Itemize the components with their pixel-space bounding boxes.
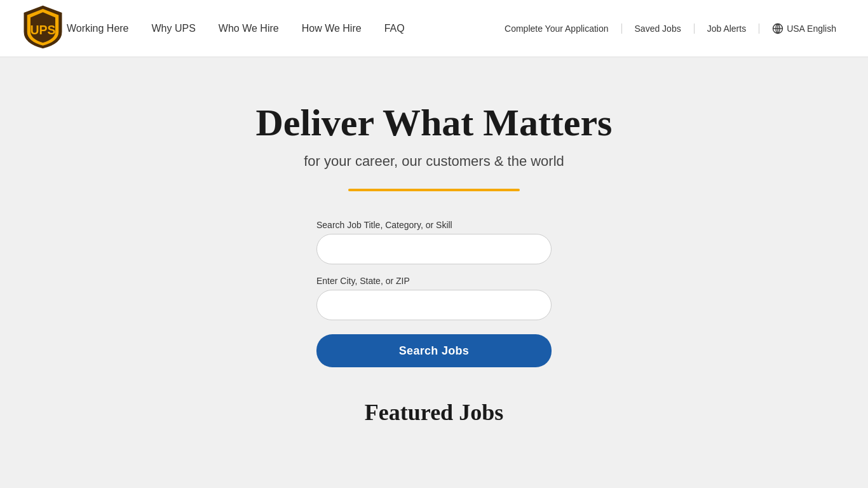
language-selector[interactable]: USA English	[759, 23, 849, 34]
nav-faq[interactable]: FAQ	[384, 23, 405, 34]
nav-why-ups[interactable]: Why UPS	[152, 23, 196, 34]
globe-icon	[772, 23, 783, 34]
nav-complete-application[interactable]: Complete Your Application	[492, 24, 621, 34]
hero-subtitle: for your career, our customers & the wor…	[304, 153, 564, 170]
language-label: USA English	[787, 24, 836, 34]
job-title-input[interactable]	[316, 234, 552, 264]
nav-saved-jobs[interactable]: Saved Jobs	[622, 24, 695, 34]
nav-right: Complete Your Application Saved Jobs Job…	[492, 23, 849, 34]
svg-text:UPS: UPS	[30, 23, 55, 37]
nav-who-we-hire[interactable]: Who We Hire	[219, 23, 279, 34]
location-input[interactable]	[316, 290, 552, 320]
search-jobs-button[interactable]: Search Jobs	[316, 334, 552, 367]
hero-divider	[348, 189, 520, 191]
search-section: Search Job Title, Category, or Skill Ent…	[316, 220, 552, 367]
main-content: Deliver What Matters for your career, ou…	[0, 57, 868, 488]
main-nav: Working Here Why UPS Who We Hire How We …	[67, 23, 492, 34]
nav-working-here[interactable]: Working Here	[67, 23, 129, 34]
featured-jobs-title: Featured Jobs	[365, 399, 503, 426]
nav-how-we-hire[interactable]: How We Hire	[302, 23, 362, 34]
job-title-label: Search Job Title, Category, or Skill	[316, 220, 552, 230]
logo[interactable]: UPS	[19, 3, 67, 53]
hero-title: Deliver What Matters	[256, 102, 613, 144]
nav-job-alerts[interactable]: Job Alerts	[695, 24, 759, 34]
header: UPS Working Here Why UPS Who We Hire How…	[0, 0, 868, 57]
location-label: Enter City, State, or ZIP	[316, 276, 552, 286]
